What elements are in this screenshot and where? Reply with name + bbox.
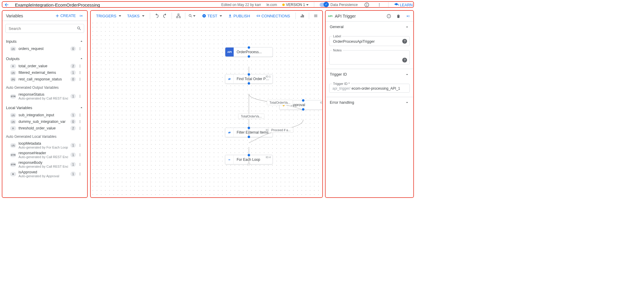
svg-point-15 — [80, 78, 80, 79]
section-general[interactable]: General — [326, 22, 413, 32]
collapse-panel-button[interactable] — [78, 12, 85, 19]
variables-panel: Variables CREATE Inputs (J)orders_reques… — [2, 11, 87, 197]
variable-row[interactable]: (J)dummy_sub_integration_var0 — [6, 118, 84, 125]
variable-search[interactable] — [5, 24, 84, 33]
variable-row[interactable]: (J)sub_integration_input1 — [6, 112, 84, 118]
node-port-in[interactable] — [302, 99, 304, 102]
variable-row[interactable]: Dtotal_order_value2 — [6, 63, 84, 69]
separator — [309, 13, 309, 19]
node-port-out[interactable] — [248, 163, 250, 165]
svg-point-38 — [80, 165, 80, 166]
svg-point-6 — [80, 48, 80, 48]
node-port-in[interactable] — [248, 154, 250, 156]
section-header-inputs[interactable]: Inputs — [6, 37, 84, 45]
node-port-in[interactable] — [248, 46, 250, 49]
node-port-out[interactable] — [302, 108, 304, 111]
expand-panel-button[interactable] — [404, 13, 412, 20]
data-persistence-toggle[interactable]: Data Persistence — [320, 3, 358, 7]
flow-edges — [91, 21, 322, 197]
chevron-up-icon — [79, 56, 84, 61]
notes-field[interactable]: Notes ? — [329, 50, 410, 65]
section-trigger-id[interactable]: Trigger ID — [326, 69, 413, 80]
edge-label[interactable]: TotalOrderVa... — [267, 100, 293, 105]
redo-button[interactable] — [161, 12, 169, 19]
tasks-button[interactable]: TASKS — [125, 12, 147, 20]
layout-button[interactable] — [175, 12, 182, 19]
edge-label[interactable]: TotalOrderVa... — [238, 114, 264, 119]
connections-button[interactable]: CONNECTIONS — [254, 12, 292, 20]
svg-point-12 — [80, 71, 80, 72]
node-port-out[interactable] — [248, 55, 250, 58]
variable-row[interactable]: STRresponseBodyAuto-generated by Call RE… — [6, 160, 84, 169]
section-header-outputs[interactable]: Outputs — [6, 54, 84, 63]
variable-menu-button[interactable] — [78, 172, 83, 176]
variable-menu-button[interactable] — [78, 94, 83, 98]
variable-usage-count: 0 — [70, 119, 76, 124]
edge-label[interactable]: Proceed if a... — [269, 127, 293, 133]
search-input[interactable] — [8, 26, 77, 31]
node-port-out[interactable] — [248, 136, 250, 138]
info-button[interactable] — [363, 1, 370, 8]
variable-menu-button[interactable] — [78, 143, 83, 147]
svg-point-9 — [80, 65, 80, 65]
label-field[interactable]: Label ? — [329, 36, 410, 46]
section-header-locals[interactable]: Local Variables — [6, 103, 84, 112]
list-view-button[interactable] — [312, 12, 319, 19]
chevron-up-icon — [405, 72, 409, 77]
learn-button[interactable]: LEARN — [394, 2, 413, 7]
separator — [172, 13, 172, 19]
back-button[interactable] — [3, 1, 10, 8]
variable-name: orders_request — [19, 47, 68, 51]
undo-button[interactable] — [153, 12, 160, 19]
logs-button[interactable] — [299, 12, 306, 19]
chevron-up-icon — [79, 106, 84, 110]
variable-row[interactable]: [S]rest_call_response_status0 — [6, 76, 84, 82]
create-variable-button[interactable]: CREATE — [55, 13, 76, 18]
trigger-id-field[interactable]: Trigger ID * api_trigger/ ecom-order-pro… — [329, 84, 410, 93]
help-icon[interactable]: ? — [402, 39, 407, 44]
node-port-in[interactable] — [248, 127, 250, 129]
help-icon[interactable]: ? — [402, 58, 407, 62]
zoom-button[interactable] — [188, 12, 195, 19]
variable-menu-button[interactable] — [78, 47, 83, 51]
variable-row[interactable]: (J)loopMetadataAuto-generated by For Eac… — [6, 140, 84, 150]
variable-menu-button[interactable] — [78, 77, 83, 81]
variable-menu-button[interactable] — [78, 64, 83, 68]
variable-menu-button[interactable] — [78, 153, 83, 157]
field-label: Label — [332, 34, 342, 38]
variable-usage-count: 1 — [70, 70, 76, 75]
variable-row[interactable]: (J)filtered_external_items1 — [6, 69, 84, 76]
svg-point-3 — [379, 3, 379, 4]
variable-menu-button[interactable] — [78, 163, 83, 166]
delete-button[interactable] — [395, 13, 402, 20]
test-button[interactable]: TEST — [200, 12, 224, 20]
triggers-button[interactable]: TRIGGERS — [94, 12, 124, 20]
canvas-toolbar: TRIGGERS TASKS TEST PUBLISH CONNECTIONS — [91, 11, 322, 21]
section-header-auto-locals: Auto Generated Local Variables — [2, 133, 87, 140]
play-icon — [202, 14, 206, 18]
upload-icon — [228, 14, 232, 18]
variable-row[interactable]: STRresponseStatusAuto-generated by Call … — [6, 91, 84, 101]
node-port-in[interactable] — [248, 73, 250, 76]
publish-button[interactable]: PUBLISH — [226, 12, 252, 20]
variable-row[interactable]: (J)orders_request0 — [6, 45, 84, 52]
variable-row[interactable]: BisApprovedAuto-generated by Approval1 — [6, 169, 84, 179]
svg-point-35 — [80, 156, 80, 156]
variable-menu-button[interactable] — [78, 120, 83, 123]
node-port-out[interactable] — [248, 82, 250, 85]
svg-point-41 — [80, 175, 80, 175]
variable-type-badge: (J) — [10, 120, 16, 124]
flow-canvas[interactable]: TotalOrderVa... TotalOrderVa... Proceed … — [91, 21, 322, 197]
variable-menu-button[interactable] — [78, 71, 83, 74]
section-error-handling[interactable]: Error handling — [326, 97, 413, 108]
variable-menu-button[interactable] — [78, 126, 83, 130]
variable-row[interactable]: Dthreshold_order_value2 — [6, 125, 84, 132]
label-input[interactable] — [332, 39, 406, 44]
help-button[interactable]: ? — [385, 13, 392, 20]
notes-input[interactable] — [332, 53, 406, 63]
variable-menu-button[interactable] — [78, 113, 83, 117]
version-selector[interactable]: VERSION 1 — [282, 3, 309, 7]
more-menu-button[interactable] — [376, 1, 383, 8]
variable-row[interactable]: STRresponseHeaderAuto-generated by Call … — [6, 150, 84, 160]
svg-point-37 — [80, 164, 80, 165]
